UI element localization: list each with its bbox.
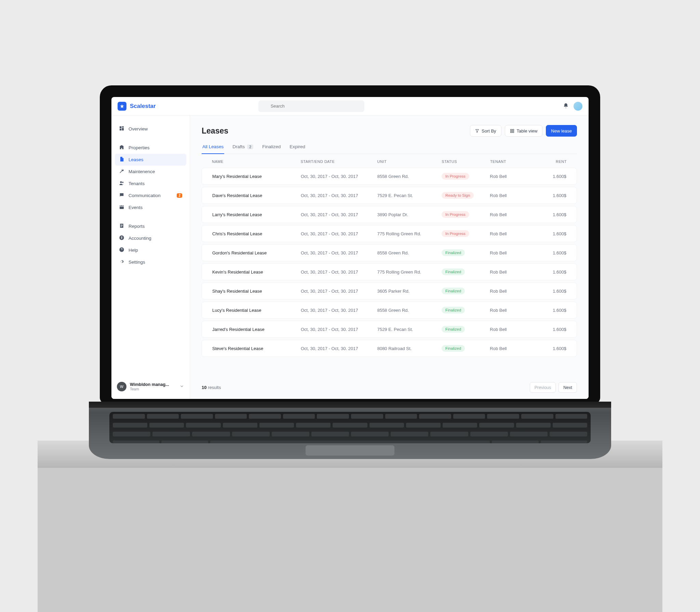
table-row[interactable]: Lucy's Residential LeaseOct, 30, 2017 - …: [202, 302, 577, 319]
prev-button[interactable]: Previous: [530, 382, 556, 393]
table-row[interactable]: Steve's Residential LeaseOct, 30, 2017 -…: [202, 340, 577, 357]
table-row[interactable]: Mary's Residential LeaseOct, 30, 2017 - …: [202, 168, 577, 185]
sidebar: Overview PropertiesLeasesMaintenenceTena…: [111, 115, 190, 399]
cell-name: Shay's Residential Lease: [212, 289, 301, 294]
svg-rect-13: [512, 129, 514, 130]
page-title: Leases: [202, 126, 228, 136]
cell-unit: 775 Rolling Green Rd.: [377, 269, 442, 275]
cell-status: Finalized: [442, 326, 490, 333]
cell-unit: 8080 Railroad St.: [377, 346, 442, 351]
cell-name: Chris's Residential Lease: [212, 231, 301, 236]
table-view-label: Table view: [517, 128, 538, 134]
sidebar-item-leases[interactable]: Leases: [115, 154, 186, 166]
cell-date: Oct, 30, 2017 - Oct, 30. 2017: [301, 308, 377, 313]
sidebar-item-overview[interactable]: Overview: [115, 123, 186, 135]
sidebar-item-settings[interactable]: Settings: [115, 256, 186, 268]
tab-label: Drafts: [232, 144, 245, 149]
sidebar-item-help[interactable]: Help: [115, 244, 186, 256]
report-icon: [119, 223, 124, 230]
svg-rect-4: [122, 128, 124, 130]
sidebar-item-events[interactable]: Events: [115, 201, 186, 213]
sort-by-label: Sort By: [482, 128, 496, 134]
status-badge: Finalized: [442, 326, 465, 333]
building-icon: [119, 144, 124, 151]
brand[interactable]: Scalestar: [118, 102, 156, 111]
col-unit: UNIT: [377, 159, 442, 164]
cell-tenant: Rob Bell: [490, 212, 530, 217]
search-input[interactable]: [258, 100, 364, 112]
cell-tenant: Rob Bell: [490, 231, 530, 236]
sidebar-item-label: Reports: [129, 224, 145, 229]
sidebar-item-label: Leases: [129, 157, 144, 162]
tab-expired[interactable]: Expired: [289, 141, 306, 154]
sidebar-item-label: Overview: [129, 126, 148, 131]
svg-point-6: [120, 181, 122, 183]
sidebar-item-properties[interactable]: Properties: [115, 142, 186, 154]
dashboard-icon: [119, 126, 124, 132]
svg-rect-14: [510, 131, 512, 133]
cell-rent: 1.600$: [530, 269, 566, 275]
next-button[interactable]: Next: [558, 382, 577, 393]
cell-status: In Progress: [442, 230, 490, 237]
gear-icon: [119, 259, 124, 265]
svg-point-7: [122, 182, 123, 183]
team-name: Wimbldon manag...: [130, 382, 176, 387]
table: NAME START/END DATE UNIT STATUS TENANT R…: [202, 154, 577, 377]
sidebar-item-maintenence[interactable]: Maintenence: [115, 166, 186, 178]
new-lease-label: New lease: [551, 128, 572, 134]
app-screen: Scalestar Overview PropertiesLeasesMaint: [111, 97, 589, 399]
table-view-button[interactable]: Table view: [505, 125, 543, 137]
filter-icon: [475, 129, 479, 133]
sort-by-button[interactable]: Sort By: [470, 125, 501, 137]
grid-icon: [510, 129, 514, 133]
tab-badge: 2: [247, 144, 253, 149]
status-badge: Finalized: [442, 307, 465, 314]
calendar-icon: [119, 204, 124, 211]
sidebar-item-accounting[interactable]: Accounting: [115, 232, 186, 244]
sidebar-item-reports[interactable]: Reports: [115, 220, 186, 232]
tab-drafts[interactable]: Drafts2: [232, 141, 254, 154]
cell-tenant: Rob Bell: [490, 327, 530, 332]
cell-date: Oct, 30, 2017 - Oct, 30. 2017: [301, 250, 377, 255]
cell-rent: 1.600$: [530, 231, 566, 236]
team-switcher[interactable]: W Wimbldon manag... Team: [115, 379, 186, 394]
table-row[interactable]: Shay's Residential LeaseOct, 30, 2017 - …: [202, 282, 577, 300]
svg-rect-5: [120, 129, 121, 130]
cell-date: Oct, 30, 2017 - Oct, 30. 2017: [301, 231, 377, 236]
sidebar-item-tenants[interactable]: Tenants: [115, 178, 186, 190]
table-row[interactable]: Dave's Residential LeaseOct, 30, 2017 - …: [202, 187, 577, 204]
table-row[interactable]: Kevin's Residential LeaseOct, 30, 2017 -…: [202, 263, 577, 280]
cell-rent: 1.600$: [530, 250, 566, 255]
new-lease-button[interactable]: New lease: [546, 125, 577, 137]
cell-name: Mary's Residential Lease: [212, 174, 301, 179]
cell-status: In Progress: [442, 173, 490, 180]
tab-all-leases[interactable]: All Leases: [202, 141, 224, 154]
tab-finalized[interactable]: Finalized: [261, 141, 281, 154]
search-wrap: [258, 100, 364, 112]
cell-unit: 7529 E. Pecan St.: [377, 327, 442, 332]
sidebar-item-communication[interactable]: Communication2: [115, 190, 186, 201]
user-avatar[interactable]: [574, 102, 582, 111]
sidebar-item-label: Properties: [129, 145, 150, 150]
tabs: All LeasesDrafts2FinalizedExpired: [202, 141, 577, 154]
cell-status: In Progress: [442, 211, 490, 218]
notifications-icon[interactable]: [563, 103, 569, 110]
cell-status: Finalized: [442, 307, 490, 314]
users-icon: [119, 180, 124, 187]
cell-rent: 1.600$: [530, 174, 566, 179]
cell-status: Finalized: [442, 268, 490, 275]
table-row[interactable]: Chris's Residential LeaseOct, 30, 2017 -…: [202, 225, 577, 242]
brand-logo-icon: [118, 102, 126, 111]
pedestal-front: [38, 468, 662, 612]
svg-marker-11: [475, 129, 479, 133]
table-row[interactable]: Gordon's Residential LeaseOct, 30, 2017 …: [202, 244, 577, 261]
sidebar-item-label: Help: [129, 248, 138, 253]
cell-date: Oct, 30, 2017 - Oct, 30. 2017: [301, 327, 377, 332]
dollar-icon: [119, 235, 124, 241]
cell-name: Lucy's Residential Lease: [212, 308, 301, 313]
cell-date: Oct, 30, 2017 - Oct, 30. 2017: [301, 346, 377, 351]
tab-label: Finalized: [262, 144, 281, 149]
cell-tenant: Rob Bell: [490, 193, 530, 198]
table-row[interactable]: Larry's Residential LeaseOct, 30, 2017 -…: [202, 206, 577, 223]
table-row[interactable]: Jarred's Residential LeaseOct, 30, 2017 …: [202, 321, 577, 338]
